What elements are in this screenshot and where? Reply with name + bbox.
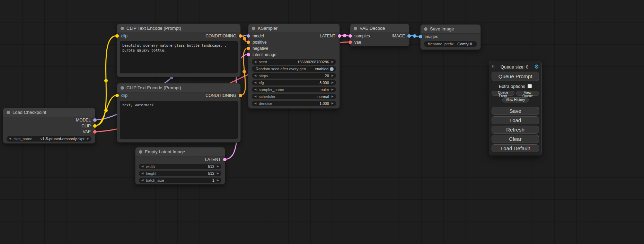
- widget-value: 512: [208, 171, 214, 175]
- clip-output-slot[interactable]: [93, 124, 97, 128]
- refresh-button[interactable]: Refresh: [492, 126, 539, 134]
- increment-arrow-icon[interactable]: ▶: [332, 102, 334, 105]
- image-output-slot[interactable]: [407, 34, 411, 38]
- model-output-slot[interactable]: [93, 118, 97, 122]
- collapse-dot-icon[interactable]: [354, 27, 357, 30]
- increment-arrow-icon[interactable]: ▶: [332, 81, 334, 84]
- cfg-widget[interactable]: ◀ cfg 8.000 ▶: [252, 80, 336, 85]
- increment-arrow-icon[interactable]: ▶: [87, 137, 89, 140]
- decrement-arrow-icon[interactable]: ◀: [141, 172, 143, 175]
- node-titlebar[interactable]: CLIP Text Encode (Prompt): [117, 83, 240, 92]
- queue-menu-panel: ⠿ Queue size: 0 ⚙ Queue Prompt Extra opt…: [489, 61, 542, 155]
- collapse-dot-icon[interactable]: [252, 27, 255, 30]
- batch-size-widget[interactable]: ◀ batch_size 1 ▶: [139, 178, 221, 183]
- view-history-button[interactable]: View History: [502, 97, 529, 102]
- node-titlebar[interactable]: CLIP Text Encode (Prompt): [117, 24, 240, 33]
- latent-output-slot[interactable]: [338, 34, 341, 38]
- toggle-knob[interactable]: [330, 67, 334, 71]
- extra-options-label: Extra options: [499, 84, 525, 89]
- ckpt-name-widget[interactable]: ◀ ckpt_name v1-5-pruned-emaonly.ckpt ▶: [7, 136, 91, 142]
- widget-value: normal: [317, 94, 329, 99]
- negative-prompt-textarea[interactable]: text, watermark: [120, 101, 238, 139]
- increment-arrow-icon[interactable]: ▶: [217, 165, 219, 168]
- node-save-image[interactable]: Save Image images filename_prefix ComfyU…: [420, 24, 481, 50]
- positive-input-slot[interactable]: [247, 40, 250, 44]
- node-vae-decode[interactable]: VAE Decode samples IMAGE vae: [350, 24, 409, 46]
- node-titlebar[interactable]: Save Image: [421, 25, 480, 34]
- vae-input-slot[interactable]: [349, 40, 352, 44]
- collapse-dot-icon[interactable]: [139, 150, 142, 154]
- collapse-dot-icon[interactable]: [121, 86, 124, 90]
- drag-handle-icon[interactable]: ⠿: [492, 64, 495, 70]
- increment-arrow-icon[interactable]: ▶: [332, 95, 334, 98]
- widget-label: filename_prefix: [428, 42, 454, 46]
- node-load-checkpoint[interactable]: Load Checkpoint MODEL CLIP VAE ◀ ckpt_na…: [3, 108, 95, 144]
- settings-gear-icon[interactable]: ⚙: [534, 64, 539, 70]
- model-input-slot[interactable]: [247, 34, 250, 38]
- latent-image-input-slot[interactable]: [247, 53, 250, 56]
- seed-widget[interactable]: ◀ seed 156680208700286 ▶: [252, 59, 336, 65]
- queue-front-button[interactable]: Queue Front: [492, 91, 514, 96]
- sampler-name-widget[interactable]: ◀ sampler_name euler ▶: [252, 87, 336, 92]
- collapse-dot-icon[interactable]: [424, 27, 427, 31]
- save-button[interactable]: Save: [492, 107, 539, 115]
- width-widget[interactable]: ◀ width 512 ▶: [139, 164, 221, 169]
- node-titlebar[interactable]: KSampler: [248, 24, 339, 33]
- increment-arrow-icon[interactable]: ▶: [332, 74, 334, 77]
- node-clip-text-encode-negative[interactable]: CLIP Text Encode (Prompt) clip CONDITION…: [117, 83, 241, 143]
- conditioning-output-label: CONDITIONING: [205, 93, 236, 98]
- decrement-arrow-icon[interactable]: ◀: [254, 74, 256, 77]
- queue-prompt-button[interactable]: Queue Prompt: [492, 72, 539, 81]
- decrement-arrow-icon[interactable]: ◀: [9, 137, 11, 140]
- decrement-arrow-icon[interactable]: ◀: [254, 95, 256, 98]
- model-output-label: MODEL: [76, 118, 91, 123]
- widget-value: ComfyUI: [457, 42, 472, 46]
- collapse-dot-icon[interactable]: [121, 27, 124, 30]
- node-clip-text-encode-positive[interactable]: CLIP Text Encode (Prompt) clip CONDITION…: [117, 24, 241, 77]
- decrement-arrow-icon[interactable]: ◀: [141, 165, 143, 168]
- samples-input-slot[interactable]: [349, 34, 352, 38]
- images-input-slot[interactable]: [419, 35, 422, 38]
- widget-label: steps: [259, 74, 268, 78]
- filename-prefix-widget[interactable]: filename_prefix ComfyUI: [424, 41, 477, 47]
- increment-arrow-icon[interactable]: ▶: [217, 172, 219, 175]
- denoise-widget[interactable]: ◀ denoise 1.000 ▶: [252, 101, 336, 106]
- scheduler-widget[interactable]: ◀ scheduler normal ▶: [252, 94, 336, 99]
- extra-options-checkbox[interactable]: [528, 84, 532, 88]
- node-ksampler[interactable]: KSampler model LATENT positive negative …: [248, 24, 340, 109]
- steps-widget[interactable]: ◀ steps 20 ▶: [252, 73, 336, 79]
- positive-prompt-textarea[interactable]: beautiful scenery nature glass bottle la…: [120, 41, 238, 73]
- node-titlebar[interactable]: Empty Latent Image: [135, 147, 225, 156]
- clear-button[interactable]: Clear: [492, 135, 539, 143]
- increment-arrow-icon[interactable]: ▶: [332, 88, 334, 91]
- clip-input-slot[interactable]: [115, 34, 119, 38]
- decrement-arrow-icon[interactable]: ◀: [254, 81, 256, 84]
- node-empty-latent-image[interactable]: Empty Latent Image LATENT ◀ width 512 ▶ …: [135, 147, 225, 184]
- increment-arrow-icon[interactable]: ▶: [217, 179, 219, 182]
- increment-arrow-icon[interactable]: ▶: [332, 61, 334, 63]
- extra-options-row: Extra options: [492, 83, 539, 89]
- negative-input-slot[interactable]: [247, 47, 250, 50]
- widget-label: cfg: [259, 81, 264, 85]
- vae-output-slot[interactable]: [93, 130, 97, 134]
- conditioning-output-slot[interactable]: [239, 34, 242, 38]
- node-title: CLIP Text Encode (Prompt): [126, 26, 181, 31]
- node-titlebar[interactable]: VAE Decode: [350, 24, 409, 33]
- clip-input-slot[interactable]: [115, 94, 119, 97]
- node-title: Load Checkpoint: [12, 110, 46, 115]
- collapse-dot-icon[interactable]: [7, 111, 10, 114]
- widget-value: 512: [208, 164, 214, 169]
- decrement-arrow-icon[interactable]: ◀: [254, 102, 256, 105]
- random-seed-toggle-widget[interactable]: Random seed after every gen enabled: [252, 66, 336, 72]
- load-button[interactable]: Load: [492, 116, 539, 124]
- decrement-arrow-icon[interactable]: ◀: [254, 61, 256, 63]
- load-default-button[interactable]: Load Default: [492, 144, 539, 152]
- conditioning-output-slot[interactable]: [239, 94, 242, 97]
- node-titlebar[interactable]: Load Checkpoint: [3, 108, 95, 117]
- decrement-arrow-icon[interactable]: ◀: [254, 88, 256, 91]
- view-queue-button[interactable]: View Queue: [516, 91, 539, 96]
- decrement-arrow-icon[interactable]: ◀: [141, 179, 143, 182]
- node-canvas[interactable]: Load Checkpoint MODEL CLIP VAE ◀ ckpt_na…: [0, 0, 644, 244]
- height-widget[interactable]: ◀ height 512 ▶: [139, 171, 221, 176]
- latent-output-slot[interactable]: [223, 158, 227, 161]
